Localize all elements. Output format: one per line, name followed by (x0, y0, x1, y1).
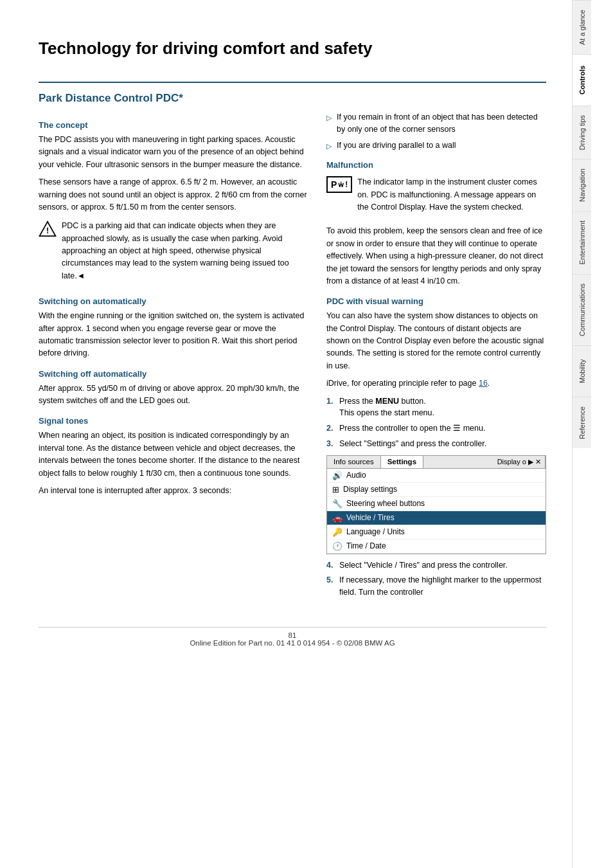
switching-on-section: Switching on automatically With the engi… (39, 296, 307, 360)
bullet-item-2: ▷ If you are driving parallel to a wall (326, 140, 546, 152)
menu-item-display-label: Display settings (343, 485, 397, 494)
step-1-num: 1. (326, 395, 335, 408)
step-2: 2. Press the controller to open the ☰ me… (326, 422, 546, 435)
step-2-text: Press the controller to open the ☰ menu. (339, 422, 485, 435)
pdc-visual-section: PDC with visual warning You can also hav… (326, 296, 546, 599)
display-icon: ⊞ (332, 485, 339, 494)
concept-section: The concept The PDC assists you with man… (39, 120, 307, 287)
concept-p2: These sensors have a range of approx. 6.… (39, 176, 307, 213)
menu-tab-display[interactable]: Display o ▶ ✕ (493, 456, 546, 468)
menu-item-audio[interactable]: 🔊 Audio (327, 469, 546, 483)
malfunction-title: Malfunction (326, 160, 546, 170)
vehicle-icon: 🚗 (332, 513, 342, 523)
pdc-visual-title: PDC with visual warning (326, 296, 546, 306)
pdc-waves: ẇ (338, 181, 344, 189)
menu-item-time[interactable]: 🕐 Time / Date (327, 539, 546, 554)
menu-tab-info[interactable]: Info sources (327, 456, 381, 468)
bullet-item-1: ▷ If you remain in front of an object th… (326, 111, 546, 136)
menu-bold: MENU (375, 397, 399, 406)
right-column: ▷ If you remain in front of an object th… (326, 111, 546, 608)
steps-after-list: 4. Select "Vehicle / Tires" and press th… (326, 559, 546, 599)
tab-at-a-glance[interactable]: At a glance (573, 0, 591, 54)
step-3-num: 3. (326, 438, 335, 450)
right-tabs: At a glance Controls Driving tips Naviga… (572, 0, 591, 868)
step-4-num: 4. (326, 559, 335, 572)
tab-driving-tips[interactable]: Driving tips (573, 105, 591, 159)
signal-tones-section: Signal tones When nearing an object, its… (39, 416, 307, 497)
pdc-section-title: Park Distance Control PDC* (39, 92, 546, 105)
menu-tab-settings[interactable]: Settings (381, 456, 423, 468)
bullet-text-1: If you remain in front of an object that… (337, 111, 546, 136)
menu-item-steering-label: Steering wheel buttons (346, 499, 425, 508)
content-columns: The concept The PDC assists you with man… (39, 111, 546, 608)
step-5: 5. If necessary, move the highlight mark… (326, 574, 546, 599)
tab-controls[interactable]: Controls (573, 54, 591, 105)
menu-tab-row: Info sources Settings Display o ▶ ✕ (327, 456, 546, 469)
page-ref-link[interactable]: 16 (479, 379, 488, 388)
concept-title: The concept (39, 120, 307, 130)
bullet-arrow-2: ▷ (326, 141, 332, 152)
tab-navigation[interactable]: Navigation (573, 159, 591, 211)
copyright-text: Online Edition for Part no. 01 41 0 014 … (190, 639, 395, 647)
warning-box: ! PDC is a parking aid that can indicate… (39, 220, 307, 287)
step-5-text: If necessary, move the highlight marker … (339, 574, 546, 599)
tab-mobility[interactable]: Mobility (573, 345, 591, 397)
step-4: 4. Select "Vehicle / Tires" and press th… (326, 559, 546, 572)
menu-item-display[interactable]: ⊞ Display settings (327, 483, 546, 497)
warning-icon: ! (39, 220, 57, 240)
tab-communications[interactable]: Communications (573, 274, 591, 345)
pdc-visual-p1: You can also have the system show distan… (326, 310, 546, 372)
tab-reference[interactable]: Reference (573, 397, 591, 448)
steps-list: 1. Press the MENU button. This opens the… (326, 395, 546, 450)
time-icon: 🕐 (332, 541, 342, 551)
pdc-malfunction-icon: P ẇ ! (326, 176, 352, 193)
pdc-p-letter: P (331, 179, 337, 190)
section-divider (39, 82, 546, 83)
pdc-indicator: ! (345, 180, 348, 189)
step-3-text: Select "Settings" and press the controll… (339, 438, 486, 450)
bullet-text-2: If you are driving parallel to a wall (337, 140, 456, 152)
concept-p1: The PDC assists you with maneuvering in … (39, 134, 307, 171)
svg-text:!: ! (46, 226, 49, 235)
menu-item-language-label: Language / Units (346, 527, 405, 536)
menu-item-steering[interactable]: 🔧 Steering wheel buttons (327, 497, 546, 511)
step-1-sub: This opens the start menu. (339, 408, 434, 417)
menu-item-audio-label: Audio (346, 471, 366, 480)
step-1: 1. Press the MENU button. This opens the… (326, 395, 546, 420)
malfunction-box: P ẇ ! The indicator lamp in the instrume… (326, 176, 546, 219)
bullet-arrow-1: ▷ (326, 113, 332, 123)
switching-off-section: Switching off automatically After approx… (39, 369, 307, 408)
menu-screenshot: Info sources Settings Display o ▶ ✕ 🔊 Au… (326, 455, 546, 554)
switching-off-title: Switching off automatically (39, 369, 307, 379)
switching-off-text: After approx. 55 yd/50 m of driving or a… (39, 383, 307, 408)
menu-item-language[interactable]: 🔑 Language / Units (327, 525, 546, 539)
bullets-section: ▷ If you remain in front of an object th… (326, 111, 546, 151)
malfunction-section: Malfunction P ẇ ! The indicator lamp in … (326, 160, 546, 287)
menu-item-vehicle[interactable]: 🚗 Vehicle / Tires (327, 511, 546, 525)
page-wrapper: Technology for driving comfort and safet… (0, 0, 613, 868)
concept-warning-text: PDC is a parking aid that can indicate o… (62, 220, 307, 282)
tab-entertainment[interactable]: Entertainment (573, 211, 591, 273)
signal-tones-p1: When nearing an object, its position is … (39, 429, 307, 480)
step-5-num: 5. (326, 574, 335, 586)
signal-tones-title: Signal tones (39, 416, 307, 426)
switching-on-text: With the engine running or the ignition … (39, 310, 307, 360)
steering-icon: 🔧 (332, 499, 342, 509)
malfunction-p2: To avoid this problem, keep the sensors … (326, 225, 546, 287)
language-icon: 🔑 (332, 527, 342, 537)
page-number: 81 (289, 631, 297, 639)
step-3: 3. Select "Settings" and press the contr… (326, 438, 546, 450)
step-4-text: Select "Vehicle / Tires" and press the c… (339, 559, 508, 572)
malfunction-text: The indicator lamp in the instrument clu… (357, 176, 546, 213)
switching-on-title: Switching on automatically (39, 296, 307, 306)
menu-item-vehicle-label: Vehicle / Tires (346, 513, 395, 522)
menu-item-time-label: Time / Date (346, 541, 386, 550)
step-2-num: 2. (326, 422, 335, 435)
idrive-ref: iDrive, for operating principle refer to… (326, 377, 546, 390)
footnote: 81 Online Edition for Part no. 01 41 0 0… (39, 627, 546, 647)
step-1-text: Press the MENU button. This opens the st… (339, 395, 434, 420)
audio-icon: 🔊 (332, 471, 342, 480)
signal-tones-p2: An interval tone is interrupted after ap… (39, 485, 307, 497)
main-content: Technology for driving comfort and safet… (0, 0, 572, 868)
left-column: The concept The PDC assists you with man… (39, 111, 307, 608)
